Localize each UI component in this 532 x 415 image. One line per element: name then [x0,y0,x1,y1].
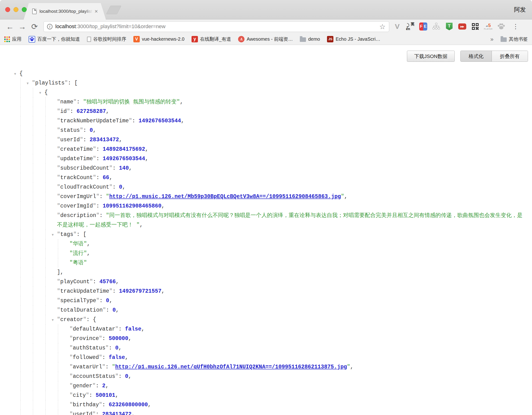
indent-guide-line [20,296,20,305]
collapse-toggle-icon[interactable]: ▼ [50,315,56,325]
reload-button[interactable]: ⟳ [28,23,41,30]
vue-devtools-icon[interactable]: V [393,22,401,31]
json-url-link[interactable]: http://p1.music.126.net/qUfH0bhzOfAl71NU… [115,364,347,370]
tab-title-fade [85,9,93,14]
indent-guide-line [20,239,20,249]
indent-guide-line [33,287,33,296]
url-text: localhost:3000/top_playlist?limit=10&ord… [55,23,165,29]
indent-guide-line [20,287,20,296]
indent-guide-line [45,400,46,410]
json-line: "name": "独唱与对唱的切换 氛围与情感的转变", [0,97,527,107]
download-json-button[interactable]: 下载JSON数据 [407,51,455,62]
tampermonkey-extension-icon[interactable]: T [445,22,454,31]
indent-guide-line [33,305,33,315]
json-viewer-actions: 下载JSON数据 格式化 折叠所有 [0,45,532,62]
minimize-window-button[interactable] [13,7,19,12]
json-number-value: 0 [125,373,128,379]
video-speed-extension-icon[interactable]: ▶▶ [458,22,466,31]
collapse-toggle-icon[interactable]: ▼ [37,88,43,97]
fullscreen-window-button[interactable] [22,7,27,12]
json-number-value: 1492676503544 [103,156,145,162]
indent-guide-line [33,391,33,400]
indent-guide-line [45,343,46,353]
json-line: ▼"creator": { [0,315,527,324]
json-number-value: 623260800000 [109,402,148,408]
indent-guide-line [45,258,46,268]
indent-guide-line [58,362,58,372]
json-number-value: 66 [103,175,109,181]
tab-close-icon[interactable]: × [95,9,98,14]
json-url-link[interactable]: http://p1.music.126.net/Mb59p30BpEQLcBQe… [109,193,341,200]
indent-guide-line [45,183,46,192]
bookmark-label: Awesomes - 前端资… [247,36,293,42]
qrcode-glyph [472,23,479,30]
indent-guide-line [20,353,20,362]
collapse-all-button[interactable]: 折叠所有 [492,51,528,61]
bookmark-youdao-translate[interactable]: y 在线翻译_有道 [191,36,231,42]
collapse-toggle-icon[interactable]: ▼ [12,69,18,78]
chrome-menu-icon[interactable]: ⋮ [512,23,519,30]
indent-guide-line [20,400,20,410]
bookmark-vue-hackernews[interactable]: V vue-hackernews-2.0 [133,36,184,42]
bookmark-echojs[interactable]: JS Echo JS - JavaScri… [327,36,380,42]
indent-guide-line [58,324,58,334]
json-line: "userId": 283413472, [0,410,527,415]
indent-guide-line [45,277,46,287]
indent-guide-line [33,268,33,277]
collapse-toggle-icon[interactable]: ▼ [25,78,30,88]
json-line: ], [0,268,527,277]
address-bar[interactable]: i localhost:3000/top_playlist?limit=10&o… [44,21,389,32]
close-window-button[interactable] [5,7,10,12]
html5-player-extension-icon[interactable]: ▰5 PLAYER [484,22,493,31]
bookmarks-overflow-chevron[interactable]: » [490,36,494,43]
indent-guide-line [20,305,20,315]
json-line: "coverImgId": 109951162908465860, [0,201,527,211]
profile-name[interactable]: 阿发 [514,6,526,13]
page-info-icon[interactable]: i [47,24,52,29]
indent-guide-line [45,391,46,400]
indent-guide-line [20,343,20,353]
indent-guide-line [20,192,20,201]
json-line: ▼"tags": [ [0,230,527,239]
paw-extension-icon[interactable] [497,22,505,31]
page-content: 下载JSON数据 格式化 折叠所有 ▼{▼"playlists": [▼{"na… [0,45,532,415]
indent-guide-line [20,381,20,391]
indent-guide-line [20,268,20,277]
bookmark-baidu[interactable]: 百度一下，你就知道 [28,36,80,43]
url-path: :3000/top_playlist?limit=10&order=new [76,23,165,29]
collapse-toggle-icon[interactable]: ▼ [50,230,56,240]
indent-guide-line [45,334,46,343]
indent-guide-line [45,296,46,305]
indent-guide-line [33,135,33,145]
bookmark-demo-folder[interactable]: demo [300,37,320,42]
bookmark-star-icon[interactable]: ☆ [379,22,386,31]
json-line: "cloudTrackCount": 0, [0,183,527,192]
indent-guide-line [58,381,58,391]
sitemap-glyph [432,22,440,30]
fehelper-extension-icon[interactable]: FE [419,22,428,31]
forward-button[interactable]: → [16,23,28,30]
translate-extension-icon[interactable]: ⤸ 英 en [406,22,415,31]
bookmark-google-sort[interactable]: 谷歌按时间排序 [87,36,126,42]
browser-tab[interactable]: localhost:3000/top_playlist?limit=10&ord… [24,3,106,20]
indent-guide-line [20,183,20,192]
new-tab-button[interactable] [106,6,121,14]
indent-guide-line [33,410,33,415]
bookmark-awesomes[interactable]: A Awesomes - 前端资… [238,36,293,42]
json-line: "updateTime": 1492676503544, [0,154,527,164]
bookmark-label: vue-hackernews-2.0 [142,37,184,42]
json-line: "gender": 2, [0,381,527,391]
indent-guide-line [33,164,33,173]
other-bookmarks[interactable]: 其他书签 [501,36,528,42]
back-button[interactable]: ← [4,23,16,30]
indent-guide-line [33,154,33,164]
indent-guide-line [58,353,58,362]
qrcode-extension-icon[interactable] [471,22,480,31]
sitemap-extension-icon[interactable] [432,22,440,31]
player-fig: ▰ [486,24,488,28]
bookmark-apps[interactable]: 应用 [4,36,21,42]
format-button[interactable]: 格式化 [461,51,492,61]
fehelper-glyph: FE [419,22,427,30]
indent-guide-line [58,400,58,410]
extension-icons: V ⤸ 英 en FE T ▶▶ [393,22,519,31]
